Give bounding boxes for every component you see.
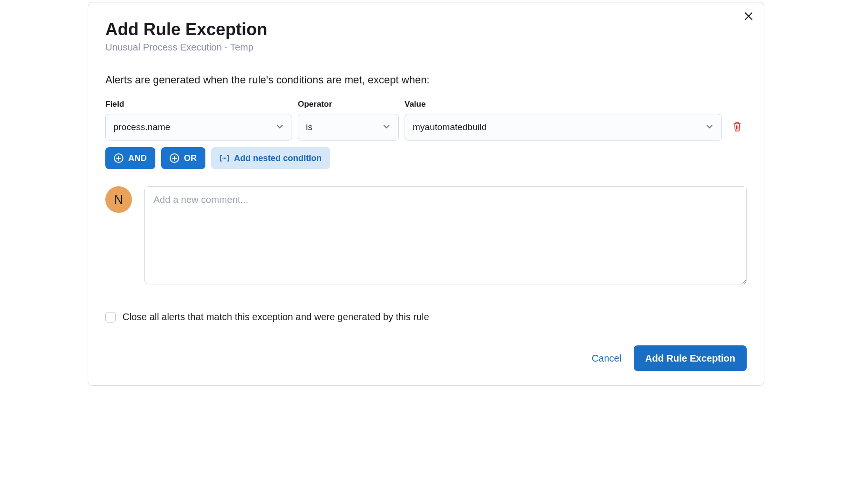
nested-brackets-icon <box>220 154 229 162</box>
add-nested-condition-button[interactable]: Add nested condition <box>211 147 330 169</box>
close-alerts-checkbox[interactable] <box>105 312 116 323</box>
field-column: Field process.name <box>105 100 292 141</box>
close-button[interactable] <box>742 10 755 23</box>
chevron-down-icon <box>705 122 714 133</box>
add-rule-exception-modal: Add Rule Exception Unusual Process Execu… <box>88 2 764 386</box>
chevron-down-icon <box>382 122 391 133</box>
condition-row: Field process.name Operator is <box>105 100 747 141</box>
and-button[interactable]: AND <box>105 147 155 169</box>
modal-title: Add Rule Exception <box>105 20 747 39</box>
operator-label: Operator <box>298 100 399 109</box>
close-icon <box>744 11 753 22</box>
svg-point-0 <box>223 158 223 159</box>
trash-icon <box>732 121 742 133</box>
field-select-value: process.name <box>113 122 170 132</box>
value-label: Value <box>405 100 722 109</box>
add-rule-exception-button[interactable]: Add Rule Exception <box>634 345 747 371</box>
close-alerts-label: Close all alerts that match this excepti… <box>122 312 429 323</box>
avatar-initial: N <box>114 192 123 207</box>
operator-select-value: is <box>306 122 313 132</box>
comment-input[interactable] <box>144 186 747 284</box>
operator-column: Operator is <box>298 100 399 141</box>
nested-button-label: Add nested condition <box>234 153 322 163</box>
footer-actions: Cancel Add Rule Exception <box>105 345 747 371</box>
delete-condition-button[interactable] <box>728 114 747 141</box>
comment-section: N <box>105 186 747 284</box>
condition-description: Alerts are generated when the rule's con… <box>105 74 747 86</box>
chevron-down-icon <box>275 122 284 133</box>
plus-circle-icon <box>170 153 179 163</box>
svg-point-1 <box>224 158 225 159</box>
and-button-label: AND <box>128 153 147 163</box>
close-alerts-row: Close all alerts that match this excepti… <box>105 312 747 323</box>
modal-footer: Close all alerts that match this excepti… <box>88 298 764 385</box>
modal-body: Add Rule Exception Unusual Process Execu… <box>88 2 764 298</box>
value-select[interactable]: myautomatedbuild <box>405 114 722 141</box>
avatar: N <box>105 186 132 213</box>
or-button[interactable]: OR <box>161 147 205 169</box>
field-select[interactable]: process.name <box>105 114 292 141</box>
field-label: Field <box>105 100 292 109</box>
cancel-button[interactable]: Cancel <box>592 353 621 364</box>
svg-point-2 <box>225 158 226 159</box>
modal-subtitle: Unusual Process Execution - Temp <box>105 42 747 53</box>
plus-circle-icon <box>114 153 123 163</box>
value-column: Value myautomatedbuild <box>405 100 722 141</box>
operator-select[interactable]: is <box>298 114 399 141</box>
value-select-value: myautomatedbuild <box>413 122 487 132</box>
or-button-label: OR <box>184 153 197 163</box>
logic-operators-row: AND OR Add nested condition <box>105 147 747 169</box>
